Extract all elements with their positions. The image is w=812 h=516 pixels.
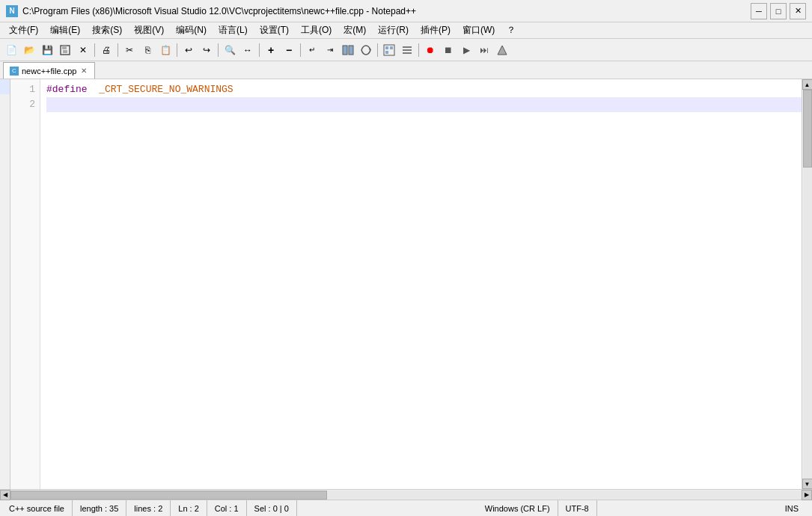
- file-tab[interactable]: C newc++file.cpp ✕: [3, 62, 95, 79]
- toolbar-separator-4: [218, 43, 219, 57]
- menu-item-tools[interactable]: 工具(O): [295, 22, 338, 38]
- token-macro: _CRT_SECURE_NO_WARNINGS: [99, 82, 233, 97]
- fold-marker-1: [0, 79, 10, 94]
- hscroll-track[interactable]: [10, 491, 802, 500]
- menu-bar: 文件(F)编辑(E)搜索(S)视图(V)编码(N)语言(L)设置(T)工具(O)…: [0, 22, 812, 39]
- left-panel: [0, 79, 10, 489]
- editor-main: 1 2 #define _CRT_SECURE_NO_WARNINGS ▲ ▼: [0, 79, 812, 489]
- title-bar-left: N C:\Program Files (x86)\Microsoft Visua…: [6, 5, 416, 17]
- toolbar-separator-5: [259, 43, 260, 57]
- toolbar-redo-button[interactable]: ↪: [198, 42, 215, 58]
- status-bar: C++ source file length : 35 lines : 2 Ln…: [0, 500, 812, 516]
- toolbar-undo-button[interactable]: ↩: [180, 42, 197, 58]
- toolbar-open-button[interactable]: 📂: [21, 42, 37, 58]
- toolbar-separator-6: [300, 43, 301, 57]
- toolbar-wordwrap-button[interactable]: ↵: [304, 42, 320, 58]
- menu-item-edit[interactable]: 编辑(E): [44, 22, 86, 38]
- status-ins: INS: [778, 500, 806, 516]
- toolbar-indent-button[interactable]: ⇥: [322, 42, 338, 58]
- menu-item-macro[interactable]: 宏(M): [338, 22, 372, 38]
- window-close-button[interactable]: ✕: [790, 3, 806, 19]
- token-define: #define: [46, 82, 88, 97]
- status-sel: Sel : 0 | 0: [247, 500, 297, 516]
- svg-rect-8: [390, 46, 393, 49]
- maximize-button[interactable]: □: [770, 3, 787, 19]
- menu-item-language[interactable]: 语言(L): [213, 22, 254, 38]
- vscroll-thumb[interactable]: [803, 90, 812, 168]
- toolbar-copy-button[interactable]: ⎘: [139, 42, 156, 58]
- menu-item-file[interactable]: 文件(F): [3, 22, 44, 38]
- svg-rect-2: [63, 50, 67, 53]
- toolbar-separator-2: [117, 43, 118, 57]
- tab-bar: C newc++file.cpp ✕: [0, 61, 812, 79]
- code-area[interactable]: #define _CRT_SECURE_NO_WARNINGS: [40, 79, 802, 489]
- editor-container[interactable]: 1 2 #define _CRT_SECURE_NO_WARNINGS ▲ ▼: [10, 79, 812, 489]
- window-controls: ─ □ ✕: [751, 3, 806, 19]
- status-col: Col : 1: [207, 500, 247, 516]
- svg-rect-9: [385, 51, 388, 54]
- toolbar-zoomin-button[interactable]: +: [263, 42, 279, 58]
- menu-item-settings[interactable]: 设置(T): [254, 22, 295, 38]
- toolbar-zoomout-button[interactable]: −: [281, 42, 297, 58]
- token-space-1: [88, 82, 100, 97]
- vscroll-bar: ▲ ▼: [802, 79, 812, 489]
- toolbar-funclist-button[interactable]: [399, 42, 415, 58]
- status-line-ending: Windows (CR LF): [477, 500, 558, 516]
- status-length: length : 35: [73, 500, 126, 516]
- vscroll-track[interactable]: [803, 90, 812, 479]
- toolbar-stop-button[interactable]: ⏹: [440, 42, 457, 58]
- hscroll-thumb[interactable]: [10, 491, 327, 500]
- svg-rect-7: [385, 46, 388, 49]
- hscroll-right-button[interactable]: ▶: [802, 490, 812, 500]
- toolbar-map-button[interactable]: [381, 42, 397, 58]
- hscroll-left-button[interactable]: ◀: [0, 490, 10, 500]
- code-line-1: #define _CRT_SECURE_NO_WARNINGS: [46, 82, 802, 97]
- line-number-1: 1: [10, 82, 35, 97]
- title-text: C:\Program Files (x86)\Microsoft Visual …: [22, 6, 416, 16]
- menu-item-search[interactable]: 搜索(S): [86, 22, 128, 38]
- menu-item-plugins[interactable]: 插件(P): [415, 22, 457, 38]
- toolbar-separator-8: [418, 43, 419, 57]
- menu-item-help[interactable]: ？: [501, 22, 522, 38]
- svg-marker-13: [498, 46, 507, 55]
- code-line-2: [46, 97, 802, 112]
- toolbar-play-button[interactable]: ▶: [458, 42, 474, 58]
- toolbar-saveall-button[interactable]: [57, 42, 73, 58]
- toolbar-replace-button[interactable]: ↔: [239, 42, 256, 58]
- app-icon: N: [6, 5, 18, 17]
- toolbar-separator-3: [177, 43, 177, 57]
- toolbar-separator-1: [94, 43, 95, 57]
- menu-item-run[interactable]: 运行(R): [372, 22, 415, 38]
- toolbar-new-button[interactable]: 📄: [3, 42, 19, 58]
- status-ln: Ln : 2: [171, 500, 207, 516]
- tab-close-button[interactable]: ✕: [79, 67, 88, 75]
- fold-marker-2: [0, 94, 10, 109]
- toolbar-savemacro-button[interactable]: [494, 42, 510, 58]
- toolbar-find-button[interactable]: 🔍: [222, 42, 238, 58]
- toolbar-runmacro-button[interactable]: ⏭: [476, 42, 492, 58]
- menu-item-encode[interactable]: 编码(N): [170, 22, 213, 38]
- svg-rect-4: [349, 46, 353, 55]
- tab-file-icon: C: [10, 67, 19, 76]
- toolbar-cut-button[interactable]: ✂: [121, 42, 138, 58]
- toolbar-separator-7: [377, 43, 378, 57]
- minimize-button[interactable]: ─: [751, 3, 767, 19]
- menu-item-view[interactable]: 视图(V): [128, 22, 170, 38]
- cursor: [46, 97, 52, 112]
- status-filetype: C++ source file: [6, 500, 73, 516]
- toolbar-record-button[interactable]: ⏺: [422, 42, 439, 58]
- toolbar: 📄 📂 💾 ✕ 🖨 ✂ ⎘ 📋 ↩ ↪ 🔍 ↔ + − ↵ ⇥ ⏺ ⏹ ▶ ⏭: [0, 39, 812, 61]
- hscroll-bar: ◀ ▶: [0, 489, 812, 500]
- vscroll-down-button[interactable]: ▼: [802, 479, 813, 489]
- toolbar-view2-button[interactable]: [340, 42, 356, 58]
- toolbar-paste-button[interactable]: 📋: [157, 42, 174, 58]
- toolbar-print-button[interactable]: 🖨: [98, 42, 115, 58]
- vscroll-up-button[interactable]: ▲: [802, 79, 813, 90]
- tab-filename: newc++file.cpp: [22, 67, 76, 76]
- menu-item-window[interactable]: 窗口(W): [457, 22, 501, 38]
- toolbar-save-button[interactable]: 💾: [39, 42, 55, 58]
- toolbar-close-button[interactable]: ✕: [75, 42, 91, 58]
- line-numbers: 1 2: [10, 79, 40, 489]
- status-lines: lines : 2: [126, 500, 171, 516]
- toolbar-sync-button[interactable]: [358, 42, 374, 58]
